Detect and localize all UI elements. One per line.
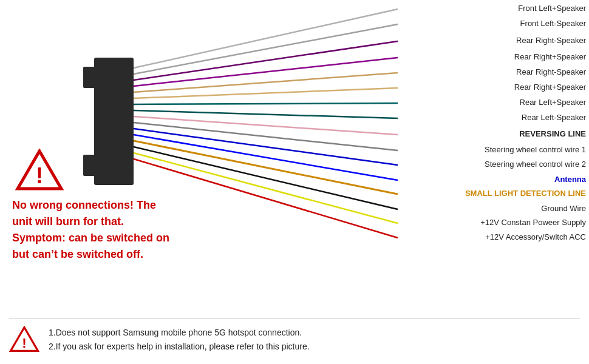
wire-w13 xyxy=(134,141,398,194)
wire-label-w1: Front Left+Speaker xyxy=(518,4,586,13)
wire-label-w6: Rear Right+Speaker xyxy=(514,83,586,92)
wire-w2 xyxy=(134,24,398,74)
svg-text:!: ! xyxy=(22,335,27,351)
wire-label-w3: Rear Right-Speaker xyxy=(516,36,586,45)
wire-label-w4: Rear Right+Speaker xyxy=(514,52,586,61)
diagram-container: ! No wrong connections! The unit will bu… xyxy=(0,0,589,364)
warning-text: No wrong connections! The unit will burn… xyxy=(12,197,176,263)
wire-label-w7: Rear Left+Speaker xyxy=(520,98,586,107)
wire-label-w13: SMALL LIGHT DETECTION LINE xyxy=(465,189,586,198)
wire-label-w16: +12V Accessory/Switch ACC xyxy=(485,232,586,241)
wire-label-w15: +12V Constan Poweer Supply xyxy=(480,218,586,227)
wire-diagram xyxy=(0,0,589,364)
wire-label-w8: Rear Left-Speaker xyxy=(522,113,586,122)
warning-triangle-bottom: ! xyxy=(9,326,39,352)
notice-line1: 1.Does not support Samsung mobile phone … xyxy=(49,326,310,339)
wire-w9 xyxy=(134,116,398,135)
warning-triangle-top: ! xyxy=(15,149,64,191)
wire-w12 xyxy=(134,135,398,180)
notice-line2: 2.If you ask for experts help in install… xyxy=(49,340,310,353)
svg-text:!: ! xyxy=(36,163,43,188)
wire-w1 xyxy=(134,9,398,68)
bottom-notice: ! 1.Does not support Samsung mobile phon… xyxy=(9,318,580,353)
wire-label-w10: Steering wheel control wire 1 xyxy=(485,145,586,154)
wire-w8 xyxy=(134,110,398,118)
wire-label-w5: Rear Right-Speaker xyxy=(516,67,586,76)
wire-label-w14: Ground Wire xyxy=(541,204,586,213)
connector-block xyxy=(94,58,134,185)
wire-label-w11: Steering wheel control wire 2 xyxy=(485,160,586,169)
wire-label-w2: Front Left-Speaker xyxy=(520,19,586,28)
bottom-notice-text: 1.Does not support Samsung mobile phone … xyxy=(49,326,310,353)
wire-label-w12: Antenna xyxy=(554,175,586,184)
wire-w7 xyxy=(134,103,398,104)
wire-w3 xyxy=(134,41,398,80)
wire-label-w9: REVERSING LINE xyxy=(519,129,586,138)
